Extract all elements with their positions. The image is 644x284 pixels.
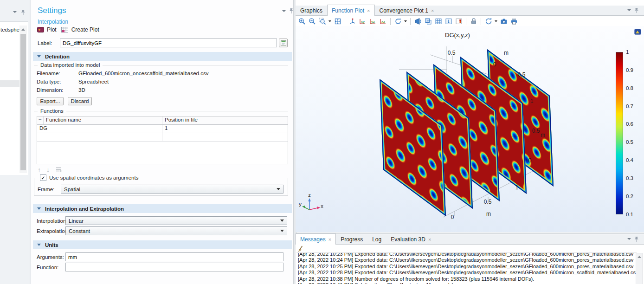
legend-tick-label: 0.6 — [626, 121, 633, 127]
snapshot-icon[interactable] — [499, 17, 508, 26]
interpolation-dropdown[interactable]: Linear — [65, 216, 287, 225]
messages-menu-icon[interactable] — [627, 238, 631, 240]
settings-menu-icon[interactable] — [282, 10, 286, 12]
tab-evaluation-3d[interactable]: Evaluation 3D × — [386, 234, 436, 244]
tab-graphics[interactable]: Graphics — [296, 5, 327, 15]
default-view-icon[interactable] — [348, 17, 357, 26]
extrapolation-dropdown[interactable]: Constant — [65, 226, 287, 235]
export-button[interactable]: Export... — [37, 97, 64, 105]
close-tab-icon[interactable]: × — [428, 237, 431, 242]
create-plot-button[interactable]: Create Plot — [71, 26, 99, 33]
zoom-out-icon[interactable] — [308, 17, 316, 26]
label-input[interactable] — [60, 39, 277, 47]
messages-pin-icon[interactable] — [634, 236, 639, 242]
edit-label-button[interactable] — [279, 39, 288, 47]
arguments-input[interactable] — [65, 252, 283, 261]
graphics-menu-icon[interactable] — [627, 9, 631, 11]
log-line: [Apr 28, 2022 10:25 PM] Exported data: C… — [298, 264, 637, 270]
axis-label: m — [504, 50, 509, 56]
scroll-up-icon[interactable] — [638, 256, 641, 258]
pin-icon[interactable] — [21, 9, 26, 15]
orientation-axes: z x y — [299, 192, 323, 210]
collapse-icon — [37, 244, 41, 246]
tab-label: Function Plot — [332, 7, 364, 14]
column-position-in-file[interactable]: Position in file — [162, 116, 288, 124]
zoom-in-icon[interactable] — [297, 17, 306, 26]
messages-log[interactable]: [Apr 28, 2022 10:23 PM] Exported data: C… — [296, 252, 637, 284]
section-interp[interactable]: Interpolation and Extrapolation — [33, 204, 292, 213]
clear-table-icon[interactable] — [55, 166, 62, 174]
legend-tick-label: 0.3 — [626, 175, 633, 181]
rotate-view-icon[interactable] — [393, 17, 402, 26]
legend-tick-label: 0.8 — [626, 85, 633, 91]
tab-progress[interactable]: Progress — [336, 234, 367, 244]
section-units[interactable]: Units — [33, 240, 292, 249]
datatype-value: Spreadsheet — [78, 79, 109, 84]
create-plot-icon[interactable] — [61, 26, 69, 32]
section-definition[interactable]: Definition — [33, 52, 292, 61]
cell-position[interactable] — [162, 133, 288, 141]
table-row[interactable]: DG 1 — [37, 125, 288, 133]
zoom-menu-caret-icon[interactable] — [328, 20, 331, 22]
show-legends-icon[interactable] — [444, 17, 453, 26]
tree-panel: tedsphere — [0, 21, 28, 175]
discard-button[interactable]: Discard — [68, 97, 92, 105]
axis-label: 0.5 — [484, 199, 492, 205]
column-function-name[interactable]: Function name — [44, 116, 162, 124]
color-legend-icon[interactable] — [454, 17, 463, 26]
collapse-icon — [37, 55, 41, 58]
table-row[interactable] — [37, 133, 288, 142]
tab-function-plot[interactable]: Function Plot × — [327, 5, 374, 16]
plot-icon[interactable] — [37, 26, 44, 32]
plot-button[interactable]: Plot — [47, 26, 57, 33]
plot-group-mini-icon[interactable] — [634, 29, 641, 36]
extrapolation-value: Constant — [69, 228, 90, 234]
table-sort-icon[interactable]: ▸▸ — [37, 116, 44, 124]
messages-panel: Messages × Progress Log Evaluation 3D × … — [296, 233, 644, 284]
move-up-icon[interactable]: ↑ — [38, 166, 41, 174]
svg-text:xz: xz — [381, 19, 385, 24]
dimension-label: Dimension: — [37, 87, 64, 93]
panel-menu-icon[interactable] — [13, 11, 17, 13]
use-spatial-checkbox[interactable]: ✓ — [40, 174, 46, 181]
zoom-extents-icon[interactable] — [333, 17, 342, 26]
frame-dropdown[interactable]: Spatial — [61, 185, 283, 194]
view-xy-icon[interactable]: xy — [358, 17, 367, 26]
cell-position[interactable]: 1 — [162, 125, 288, 133]
log-scrollbar[interactable] — [636, 253, 643, 284]
view-xz-icon[interactable]: xz — [379, 17, 387, 26]
check-icon: ✓ — [41, 175, 45, 181]
transparency-icon[interactable] — [424, 17, 432, 26]
axis-x-label: x — [321, 203, 323, 209]
cell-function-name[interactable] — [37, 133, 162, 141]
view-yz-icon[interactable]: yz — [368, 17, 377, 26]
label-field-label: Label: — [38, 40, 52, 46]
tab-log[interactable]: Log — [367, 234, 386, 244]
update-plot-icon[interactable] — [484, 17, 493, 26]
close-tab-icon[interactable]: × — [367, 8, 370, 13]
lock-axis-icon[interactable] — [469, 17, 478, 26]
tab-messages[interactable]: Messages × — [296, 233, 336, 245]
zoom-box-icon[interactable] — [318, 17, 327, 26]
print-icon[interactable] — [509, 17, 518, 26]
legend-tick-label: 0.7 — [626, 103, 633, 109]
legend-tick-label: 1 — [626, 49, 629, 55]
function-input[interactable] — [65, 263, 283, 271]
update-menu-caret-icon[interactable] — [495, 20, 497, 22]
rotate-menu-caret-icon[interactable] — [404, 20, 407, 22]
close-tab-icon[interactable]: × — [431, 8, 434, 13]
move-down-icon[interactable]: ↓ — [46, 166, 50, 174]
log-line: [Apr 28, 2022 10:23 PM] Exported data: C… — [298, 252, 637, 257]
scene-light-icon[interactable] — [413, 17, 422, 26]
settings-panel: Settings Interpolation Plot Create Plot … — [31, 0, 294, 284]
scrollbar-thumb[interactable] — [20, 34, 26, 170]
tab-convergence-plot[interactable]: Convergence Plot 1 × — [375, 5, 439, 15]
tree-scrollbar[interactable] — [19, 26, 27, 173]
cell-function-name[interactable]: DG — [37, 125, 162, 133]
grid-icon[interactable] — [434, 17, 443, 26]
graphics-pin-icon[interactable] — [634, 7, 639, 13]
clear-messages-icon[interactable] — [297, 245, 305, 252]
scroll-up-icon[interactable] — [21, 28, 25, 31]
close-tab-icon[interactable]: × — [328, 237, 331, 242]
plot-canvas[interactable]: 0.5 m 0 -0.5 1 0.5 m 0 1 0.5 m 0 — [296, 26, 644, 232]
